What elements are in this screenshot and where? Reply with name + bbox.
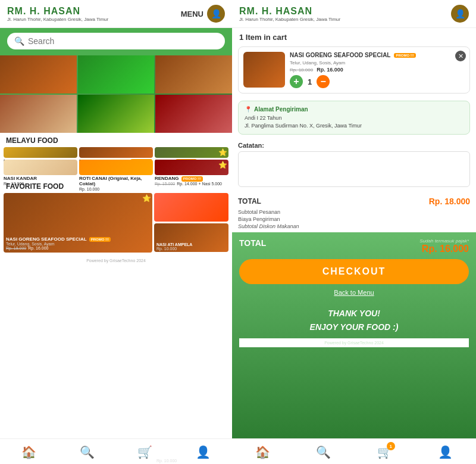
- food-price: Rp. 13.000: [4, 182, 77, 186]
- address-line1: Andi I 22 Tahun: [245, 114, 464, 122]
- list-item[interactable]: MIE ACEH Rp. 10.000: [4, 147, 77, 158]
- right-brand: RM. H. HASAN Jl. Harun Thohir, Kabupaten…: [239, 6, 340, 22]
- address-section: 📍 Alamat Pengiriman Andi I 22 Tahun Jl. …: [238, 101, 470, 135]
- cart-badge: 1: [387, 442, 395, 450]
- favorite-food-grid: ⭐ NASI GORENG SEAFOOD SPECIAL PROMO !!! …: [0, 193, 232, 256]
- cart-item-ingredients: Telur, Udang, Sosis, Ayam: [290, 60, 465, 66]
- hero-cell-4: [0, 95, 77, 133]
- list-item[interactable]: NASI TELOR BALI / BALADO Rp. 10.000: [154, 193, 228, 222]
- tax-note: Sudah termasuk pajak*: [419, 238, 469, 244]
- qty-number: 1: [308, 77, 312, 86]
- cart-title: 1 Item in cart: [232, 28, 476, 44]
- final-total-label: TOTAL: [239, 238, 266, 248]
- food-name: ROTI CANAI (Original, Keja, Coklat): [79, 176, 153, 187]
- food-name: NASI ATI AMPELA: [156, 242, 192, 247]
- food-image: [4, 160, 77, 176]
- hero-cell-6: [155, 95, 232, 133]
- thank-you-line1: THANK YOU!: [239, 307, 469, 320]
- notes-label: Catatan:: [238, 142, 470, 149]
- promo-badge: PROMO !!!: [181, 176, 203, 182]
- qty-plus-button[interactable]: +: [290, 75, 303, 88]
- food-price: Rp. 10.000: [156, 247, 192, 251]
- list-item[interactable]: NASI ATI AMPELA Rp. 10.000: [154, 223, 228, 252]
- right-home-icon[interactable]: 🏠: [255, 445, 270, 459]
- search-input[interactable]: [28, 36, 218, 46]
- notes-section: Catatan:: [238, 142, 470, 189]
- thank-you-section: THANK YOU! ENJOY YOUR FOOD :): [239, 302, 469, 338]
- cart-item-details: NASI GORENG SEAFOOD SPECIAL PROMO !!! Te…: [290, 52, 465, 88]
- brand-title: RM. H. HASAN: [7, 6, 108, 17]
- final-total-row: TOTAL Sudah termasuk pajak* Rp. 16.000: [239, 238, 469, 254]
- final-total-right: Sudah termasuk pajak* Rp. 16.000: [419, 238, 469, 254]
- home-icon[interactable]: 🏠: [21, 445, 36, 459]
- totals-section: TOTAL Rp. 18.000 Subtotal Pesanan Biaya …: [238, 194, 470, 230]
- list-item[interactable]: ⭐ SIOMAY PROMO !!! Rp. 10.000 Rp. 8.000: [155, 147, 228, 158]
- delivery-row: Biaya Pengiriman: [238, 216, 470, 223]
- right-avatar[interactable]: 👤: [451, 5, 469, 23]
- search-wrapper[interactable]: 🔍: [7, 33, 225, 49]
- search-icon: 🔍: [14, 36, 24, 46]
- food-old-price: Rp. 18.000: [6, 246, 26, 250]
- cart-item-name: NASI GORENG SEAFOOD SPECIAL: [290, 52, 390, 59]
- notes-input[interactable]: [238, 151, 470, 187]
- right-profile-icon[interactable]: 👤: [438, 445, 453, 459]
- qty-control: + 1 −: [290, 75, 465, 88]
- brand-subtitle: Jl. Harun Thohir, Kabupaten Gresik, Jawa…: [7, 17, 108, 22]
- melayu-food-grid: MIE ACEH Rp. 10.000 NASI PECEL MADIUN PR…: [0, 147, 232, 179]
- back-to-menu-link[interactable]: Back to Menu: [239, 289, 469, 296]
- discount-label: Subtotal Diskon Makanan: [238, 223, 299, 229]
- fav-small-stack: NASI TELOR BALI / BALADO Rp. 10.000 NASI…: [154, 193, 228, 253]
- food-price: Rp. 10.000: [79, 187, 153, 191]
- location-icon: 📍: [245, 106, 252, 113]
- total-row: TOTAL Rp. 18.000: [238, 194, 470, 208]
- star-icon: ⭐: [218, 161, 227, 169]
- final-total-amount: Rp. 16.000: [419, 244, 469, 254]
- food-name: NASI KANDAR: [4, 176, 77, 182]
- hero-cell-5: [78, 95, 155, 133]
- star-icon: ⭐: [142, 194, 151, 203]
- discount-row: Subtotal Diskon Makanan: [238, 223, 470, 230]
- cart-nav-icon[interactable]: 🛒: [137, 445, 152, 459]
- list-item[interactable]: NASI PECEL MADIUN PROMO !!! Rp. 12.000 R…: [79, 147, 153, 158]
- food-image: [79, 147, 153, 158]
- search-bar: 🔍: [0, 28, 232, 55]
- right-brand-subtitle: Jl. Harun Thohir, Kabupaten Gresik, Jawa…: [239, 17, 340, 22]
- hero-cell-3: [155, 55, 232, 94]
- avatar[interactable]: 👤: [207, 5, 225, 23]
- profile-nav-icon[interactable]: 👤: [196, 445, 211, 459]
- hero-image: [0, 55, 232, 133]
- header-right: MENU 👤: [181, 5, 225, 23]
- list-item[interactable]: NASI KANDAR Rp. 13.000: [4, 160, 77, 176]
- right-cart-wrapper: 🛒 1: [377, 445, 392, 459]
- star-icon: ⭐: [218, 148, 227, 157]
- food-old-price: Rp. 15.000: [155, 182, 175, 186]
- right-header: RM. H. HASAN Jl. Harun Thohir, Kabupaten…: [232, 0, 476, 28]
- search-nav-icon[interactable]: 🔍: [80, 445, 95, 459]
- list-item[interactable]: ROTI CANAI (Original, Keja, Coklat) Rp. …: [79, 160, 153, 176]
- list-item[interactable]: ⭐ NASI GORENG SEAFOOD SPECIAL PROMO !!! …: [4, 193, 152, 253]
- address-title: 📍 Alamat Pengiriman: [245, 106, 464, 113]
- remove-item-button[interactable]: ✕: [455, 51, 466, 61]
- total-label: TOTAL: [238, 197, 261, 205]
- cart-item-new-price: Rp. 16.000: [317, 67, 343, 73]
- menu-label[interactable]: MENU: [181, 10, 203, 18]
- checkout-button[interactable]: CHECKOUT: [239, 259, 469, 284]
- food-price: Rp. 14.000 + Nasi 5.000: [177, 182, 222, 186]
- cart-item-old-price: Rp. 18.000: [290, 67, 313, 73]
- left-header: RM. H. HASAN Jl. Harun Thohir, Kabupaten…: [0, 0, 232, 28]
- address-line2: Jl. Panglima Sudirman No. X, Gresik, Jaw…: [245, 122, 464, 130]
- powered-by: Powered by GrisaeTechno 2024: [0, 256, 232, 265]
- qty-minus-button[interactable]: −: [317, 75, 330, 88]
- food-image: [155, 147, 228, 158]
- hero-cell-2: [78, 55, 155, 94]
- promo-badge: PROMO !!!: [89, 237, 111, 242]
- cart-item-card: NASI GORENG SEAFOOD SPECIAL PROMO !!! Te…: [238, 46, 470, 94]
- food-name: NASI GORENG SEAFOOD SPECIAL PROMO !!!: [6, 237, 111, 242]
- subtotal-pesanan-label: Subtotal Pesanan: [238, 209, 280, 215]
- right-panel: RM. H. HASAN Jl. Harun Thohir, Kabupaten…: [232, 0, 476, 464]
- cart-item-image: [243, 52, 285, 88]
- right-search-icon[interactable]: 🔍: [316, 445, 331, 459]
- list-item[interactable]: ⭐ RENDANG PROMO !!! Rp. 15.000 Rp. 14.00…: [155, 160, 228, 176]
- right-bottom-nav: 🏠 🔍 🛒 1 👤: [232, 438, 476, 464]
- cart-item-prices: Rp. 18.000 Rp. 16.000: [290, 67, 465, 73]
